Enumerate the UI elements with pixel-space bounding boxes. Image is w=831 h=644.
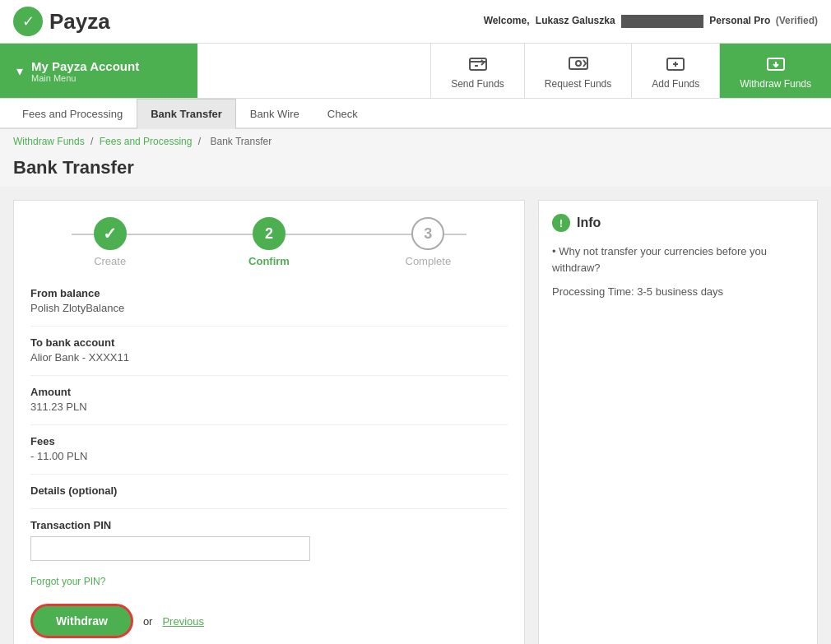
add-funds-label: Add Funds xyxy=(652,78,699,90)
withdraw-funds-icon xyxy=(764,52,787,75)
logo-icon: ✓ xyxy=(13,7,43,36)
divider-4 xyxy=(30,474,508,475)
from-balance-row: From balance Polish ZlotyBalance xyxy=(30,287,508,314)
nav-actions: Send Funds Request Funds Add Funds Withd… xyxy=(430,44,831,98)
breadcrumb-bank-transfer: Bank Transfer xyxy=(210,136,272,147)
send-funds-button[interactable]: Send Funds xyxy=(430,44,524,98)
logo-text: Payza xyxy=(49,9,110,35)
info-bullet1: • Why not transfer your currencies befor… xyxy=(552,243,804,276)
add-funds-icon xyxy=(664,52,687,75)
step-confirm: 2 Confirm xyxy=(189,217,348,267)
info-title-row: ! Info xyxy=(552,214,804,232)
transaction-pin-label: Transaction PIN xyxy=(30,519,508,531)
step-create: ✓ Create xyxy=(30,217,189,267)
step-complete-circle: 3 xyxy=(411,217,444,250)
transaction-pin-input[interactable] xyxy=(30,536,310,561)
request-funds-button[interactable]: Request Funds xyxy=(524,44,631,98)
step-confirm-circle: 2 xyxy=(253,217,286,250)
dropdown-arrow-icon: ▾ xyxy=(16,63,23,79)
breadcrumb-fees-processing[interactable]: Fees and Processing xyxy=(100,136,193,147)
navbar: ▾ My Payza Account Main Menu Send Funds … xyxy=(0,44,831,99)
from-balance-label: From balance xyxy=(30,287,508,299)
withdraw-funds-button[interactable]: Withdraw Funds xyxy=(719,44,831,98)
info-title-text: Info xyxy=(577,215,601,230)
fees-label: Fees xyxy=(30,435,508,447)
welcome-text: Welcome, Lukasz Galuszka Personal Pro (V… xyxy=(484,15,818,28)
or-text: or xyxy=(143,615,153,628)
svg-point-2 xyxy=(576,61,581,66)
page-title-container: Bank Transfer xyxy=(0,154,831,187)
info-icon: ! xyxy=(552,214,570,232)
logo: ✓ Payza xyxy=(13,7,110,36)
send-funds-icon xyxy=(467,52,490,75)
divider-1 xyxy=(30,326,508,327)
to-bank-account-row: To bank account Alior Bank - XXXX11 xyxy=(30,336,508,364)
send-funds-label: Send Funds xyxy=(451,78,504,90)
amount-value: 311.23 PLN xyxy=(30,401,508,413)
request-funds-icon xyxy=(567,52,590,75)
divider-2 xyxy=(30,375,508,376)
content-area: ✓ Create 2 Confirm 3 Complete From balan… xyxy=(0,187,831,644)
info-processing-time: Processing Time: 3-5 business days xyxy=(552,284,804,300)
tab-check[interactable]: Check xyxy=(313,99,372,129)
header: ✓ Payza Welcome, Lukasz Galuszka Persona… xyxy=(0,0,831,44)
fees-value: - 11.00 PLN xyxy=(30,450,508,462)
step-create-label: Create xyxy=(94,255,126,267)
svg-rect-0 xyxy=(470,58,486,70)
my-account-subtitle: Main Menu xyxy=(31,73,139,83)
my-account-title: My Payza Account xyxy=(31,59,139,73)
details-label: Details (optional) xyxy=(30,484,508,497)
info-panel: ! Info • Why not transfer your currencie… xyxy=(538,200,818,644)
step-complete-label: Complete xyxy=(406,255,452,267)
breadcrumb-withdraw-funds[interactable]: Withdraw Funds xyxy=(13,136,85,147)
divider-5 xyxy=(30,508,508,509)
step-confirm-label: Confirm xyxy=(248,255,290,267)
svg-rect-1 xyxy=(569,58,587,69)
withdraw-funds-label: Withdraw Funds xyxy=(740,78,811,90)
page-title: Bank Transfer xyxy=(13,157,818,178)
transaction-pin-row: Transaction PIN xyxy=(30,519,508,561)
fees-row: Fees - 11.00 PLN xyxy=(30,435,508,462)
forgot-pin-link[interactable]: Forgot your PIN? xyxy=(30,576,105,587)
tab-bank-wire[interactable]: Bank Wire xyxy=(236,99,313,129)
amount-row: Amount 311.23 PLN xyxy=(30,386,508,413)
to-bank-account-label: To bank account xyxy=(30,336,508,349)
to-bank-account-value: Alior Bank - XXXX11 xyxy=(30,351,508,364)
tab-bank-transfer[interactable]: Bank Transfer xyxy=(137,99,236,129)
details-row: Details (optional) xyxy=(30,484,508,497)
step-complete: 3 Complete xyxy=(349,217,508,267)
tabs-bar: Fees and Processing Bank Transfer Bank W… xyxy=(0,99,831,129)
stepper: ✓ Create 2 Confirm 3 Complete xyxy=(30,217,508,267)
previous-button[interactable]: Previous xyxy=(162,615,204,628)
breadcrumb: Withdraw Funds / Fees and Processing / B… xyxy=(0,129,831,154)
tab-fees-processing[interactable]: Fees and Processing xyxy=(8,99,137,129)
amount-label: Amount xyxy=(30,386,508,398)
withdraw-button[interactable]: Withdraw xyxy=(30,604,133,638)
divider-3 xyxy=(30,424,508,425)
main-form: ✓ Create 2 Confirm 3 Complete From balan… xyxy=(13,200,525,644)
from-balance-value: Polish ZlotyBalance xyxy=(30,302,508,314)
button-row: Withdraw or Previous xyxy=(30,604,508,638)
step-create-circle: ✓ xyxy=(94,217,127,250)
add-funds-button[interactable]: Add Funds xyxy=(631,44,719,98)
info-body: • Why not transfer your currencies befor… xyxy=(552,243,804,300)
request-funds-label: Request Funds xyxy=(545,78,611,90)
my-account-menu[interactable]: ▾ My Payza Account Main Menu xyxy=(0,44,197,98)
